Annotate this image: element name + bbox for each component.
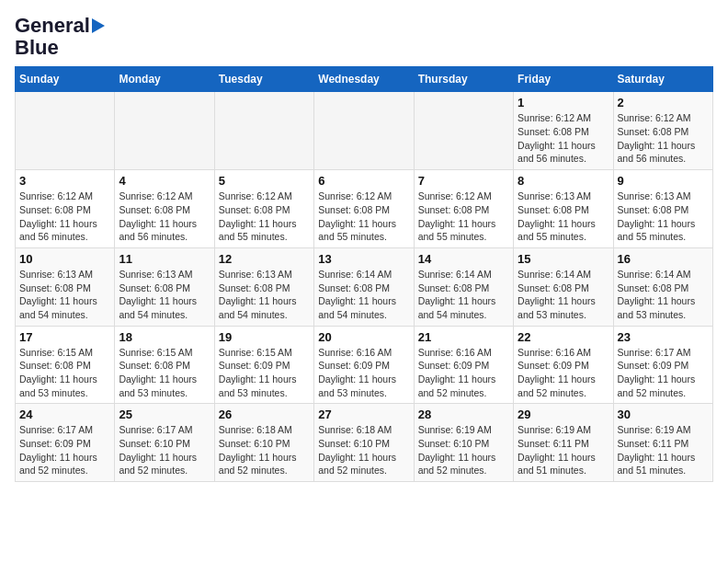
calendar-cell: 28Sunrise: 6:19 AM Sunset: 6:10 PM Dayli… <box>414 404 513 482</box>
day-detail: Sunrise: 6:16 AM Sunset: 6:09 PM Dayligh… <box>318 346 409 400</box>
day-number: 13 <box>318 252 409 266</box>
logo-general: General <box>15 15 90 37</box>
calendar-cell: 29Sunrise: 6:19 AM Sunset: 6:11 PM Dayli… <box>514 404 613 482</box>
calendar-table: SundayMondayTuesdayWednesdayThursdayFrid… <box>15 66 713 482</box>
calendar-cell: 3Sunrise: 6:12 AM Sunset: 6:08 PM Daylig… <box>16 170 115 248</box>
day-detail: Sunrise: 6:12 AM Sunset: 6:08 PM Dayligh… <box>119 190 210 244</box>
calendar-cell <box>314 92 414 170</box>
day-number: 1 <box>518 96 609 109</box>
day-number: 10 <box>19 252 110 266</box>
day-number: 15 <box>518 252 609 266</box>
calendar-cell: 13Sunrise: 6:14 AM Sunset: 6:08 PM Dayli… <box>314 247 414 326</box>
weekday-header-wednesday: Wednesday <box>314 67 414 92</box>
calendar-cell: 22Sunrise: 6:16 AM Sunset: 6:09 PM Dayli… <box>514 326 613 404</box>
day-detail: Sunrise: 6:12 AM Sunset: 6:08 PM Dayligh… <box>418 190 509 244</box>
weekday-header-friday: Friday <box>514 67 613 92</box>
day-number: 17 <box>19 330 110 344</box>
day-number: 4 <box>119 174 210 188</box>
day-number: 25 <box>119 408 210 421</box>
day-detail: Sunrise: 6:16 AM Sunset: 6:09 PM Dayligh… <box>518 346 609 400</box>
day-number: 14 <box>418 252 509 266</box>
day-detail: Sunrise: 6:12 AM Sunset: 6:08 PM Dayligh… <box>318 190 409 244</box>
day-number: 6 <box>318 174 409 188</box>
day-detail: Sunrise: 6:17 AM Sunset: 6:09 PM Dayligh… <box>618 346 709 400</box>
calendar-cell: 25Sunrise: 6:17 AM Sunset: 6:10 PM Dayli… <box>115 404 214 482</box>
weekday-header-saturday: Saturday <box>613 67 712 92</box>
calendar-cell: 18Sunrise: 6:15 AM Sunset: 6:08 PM Dayli… <box>115 326 214 404</box>
day-detail: Sunrise: 6:14 AM Sunset: 6:08 PM Dayligh… <box>518 268 609 322</box>
day-number: 3 <box>19 174 110 188</box>
day-number: 24 <box>19 408 110 421</box>
day-detail: Sunrise: 6:12 AM Sunset: 6:08 PM Dayligh… <box>618 111 709 166</box>
day-detail: Sunrise: 6:13 AM Sunset: 6:08 PM Dayligh… <box>19 268 110 322</box>
day-detail: Sunrise: 6:19 AM Sunset: 6:10 PM Dayligh… <box>418 423 509 477</box>
day-detail: Sunrise: 6:18 AM Sunset: 6:10 PM Dayligh… <box>219 423 310 477</box>
day-detail: Sunrise: 6:12 AM Sunset: 6:08 PM Dayligh… <box>19 190 110 244</box>
day-detail: Sunrise: 6:15 AM Sunset: 6:08 PM Dayligh… <box>119 346 210 400</box>
calendar-cell <box>115 92 214 170</box>
day-detail: Sunrise: 6:12 AM Sunset: 6:08 PM Dayligh… <box>219 190 310 244</box>
day-number: 16 <box>618 252 709 266</box>
calendar-cell <box>16 92 115 170</box>
day-detail: Sunrise: 6:14 AM Sunset: 6:08 PM Dayligh… <box>618 268 709 322</box>
calendar-cell: 26Sunrise: 6:18 AM Sunset: 6:10 PM Dayli… <box>214 404 313 482</box>
logo-arrow-icon <box>92 18 105 33</box>
weekday-header-monday: Monday <box>115 67 214 92</box>
calendar-cell: 24Sunrise: 6:17 AM Sunset: 6:09 PM Dayli… <box>16 404 115 482</box>
day-detail: Sunrise: 6:19 AM Sunset: 6:11 PM Dayligh… <box>518 423 609 477</box>
day-detail: Sunrise: 6:15 AM Sunset: 6:09 PM Dayligh… <box>219 346 310 400</box>
day-detail: Sunrise: 6:19 AM Sunset: 6:11 PM Dayligh… <box>618 423 709 477</box>
day-detail: Sunrise: 6:15 AM Sunset: 6:08 PM Dayligh… <box>19 346 110 400</box>
calendar-cell: 6Sunrise: 6:12 AM Sunset: 6:08 PM Daylig… <box>314 170 414 248</box>
calendar-cell: 5Sunrise: 6:12 AM Sunset: 6:08 PM Daylig… <box>214 170 313 248</box>
day-number: 9 <box>618 174 709 188</box>
calendar-cell: 10Sunrise: 6:13 AM Sunset: 6:08 PM Dayli… <box>16 247 115 326</box>
day-number: 30 <box>618 408 709 421</box>
day-detail: Sunrise: 6:13 AM Sunset: 6:08 PM Dayligh… <box>119 268 210 322</box>
calendar-cell: 11Sunrise: 6:13 AM Sunset: 6:08 PM Dayli… <box>115 247 214 326</box>
calendar-cell: 27Sunrise: 6:18 AM Sunset: 6:10 PM Dayli… <box>314 404 414 482</box>
day-number: 27 <box>318 408 409 421</box>
day-number: 5 <box>219 174 310 188</box>
day-number: 23 <box>618 330 709 344</box>
day-number: 7 <box>418 174 509 188</box>
day-number: 11 <box>119 252 210 266</box>
calendar-cell: 17Sunrise: 6:15 AM Sunset: 6:08 PM Dayli… <box>16 326 115 404</box>
weekday-header-sunday: Sunday <box>16 67 115 92</box>
day-number: 22 <box>518 330 609 344</box>
day-number: 18 <box>119 330 210 344</box>
day-number: 29 <box>518 408 609 421</box>
calendar-cell: 2Sunrise: 6:12 AM Sunset: 6:08 PM Daylig… <box>613 92 712 170</box>
logo-blue: Blue <box>15 37 59 59</box>
calendar-cell: 7Sunrise: 6:12 AM Sunset: 6:08 PM Daylig… <box>414 170 513 248</box>
calendar-cell <box>214 92 313 170</box>
calendar-cell: 23Sunrise: 6:17 AM Sunset: 6:09 PM Dayli… <box>613 326 712 404</box>
calendar-cell: 1Sunrise: 6:12 AM Sunset: 6:08 PM Daylig… <box>514 92 613 170</box>
calendar-cell: 8Sunrise: 6:13 AM Sunset: 6:08 PM Daylig… <box>514 170 613 248</box>
day-detail: Sunrise: 6:14 AM Sunset: 6:08 PM Dayligh… <box>318 268 409 322</box>
calendar-cell: 15Sunrise: 6:14 AM Sunset: 6:08 PM Dayli… <box>514 247 613 326</box>
day-number: 2 <box>618 96 709 109</box>
day-detail: Sunrise: 6:16 AM Sunset: 6:09 PM Dayligh… <box>418 346 509 400</box>
day-detail: Sunrise: 6:18 AM Sunset: 6:10 PM Dayligh… <box>318 423 409 477</box>
calendar-cell: 21Sunrise: 6:16 AM Sunset: 6:09 PM Dayli… <box>414 326 513 404</box>
calendar-cell: 12Sunrise: 6:13 AM Sunset: 6:08 PM Dayli… <box>214 247 313 326</box>
weekday-header-thursday: Thursday <box>414 67 513 92</box>
day-detail: Sunrise: 6:13 AM Sunset: 6:08 PM Dayligh… <box>618 190 709 244</box>
day-detail: Sunrise: 6:17 AM Sunset: 6:10 PM Dayligh… <box>119 423 210 477</box>
day-detail: Sunrise: 6:17 AM Sunset: 6:09 PM Dayligh… <box>19 423 110 477</box>
day-number: 19 <box>219 330 310 344</box>
day-detail: Sunrise: 6:13 AM Sunset: 6:08 PM Dayligh… <box>219 268 310 322</box>
day-detail: Sunrise: 6:14 AM Sunset: 6:08 PM Dayligh… <box>418 268 509 322</box>
header: General Blue <box>15 15 713 59</box>
weekday-header-tuesday: Tuesday <box>214 67 313 92</box>
day-number: 21 <box>418 330 509 344</box>
calendar-cell <box>414 92 513 170</box>
logo: General Blue <box>15 15 105 59</box>
day-number: 12 <box>219 252 310 266</box>
calendar-cell: 4Sunrise: 6:12 AM Sunset: 6:08 PM Daylig… <box>115 170 214 248</box>
calendar-cell: 16Sunrise: 6:14 AM Sunset: 6:08 PM Dayli… <box>613 247 712 326</box>
calendar-cell: 14Sunrise: 6:14 AM Sunset: 6:08 PM Dayli… <box>414 247 513 326</box>
calendar-cell: 19Sunrise: 6:15 AM Sunset: 6:09 PM Dayli… <box>214 326 313 404</box>
calendar-cell: 9Sunrise: 6:13 AM Sunset: 6:08 PM Daylig… <box>613 170 712 248</box>
